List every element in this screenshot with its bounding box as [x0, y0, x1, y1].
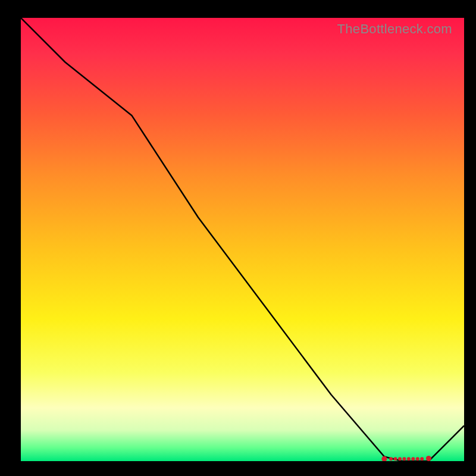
data-marker — [416, 457, 419, 461]
data-marker — [407, 457, 411, 461]
data-marker — [426, 456, 431, 461]
data-marker — [394, 457, 397, 461]
data-marker — [402, 457, 406, 461]
data-marker — [398, 457, 402, 461]
data-marker — [389, 457, 393, 461]
chart-svg — [21, 18, 464, 461]
data-marker — [411, 457, 415, 461]
chart-frame: TheBottleneck.com — [0, 0, 476, 476]
plot-area: TheBottleneck.com — [21, 18, 464, 461]
bottleneck-curve — [21, 18, 464, 461]
data-marker — [420, 457, 424, 461]
